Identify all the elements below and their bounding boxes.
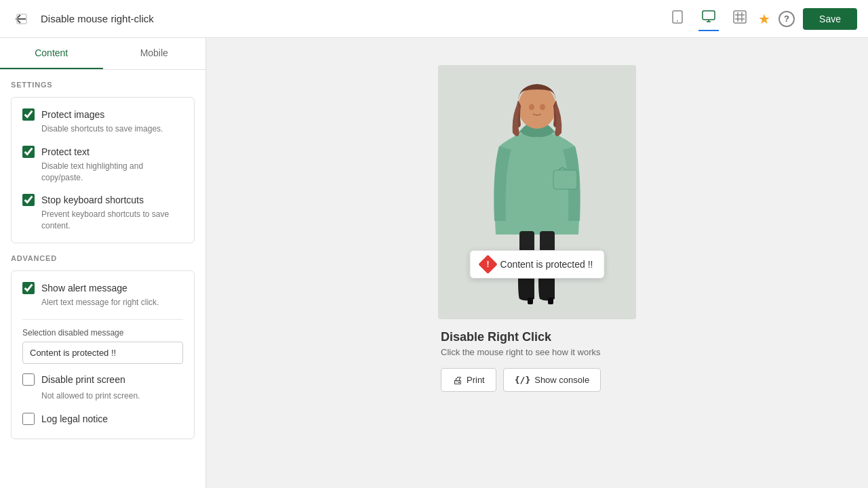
show-alert-checkbox[interactable] — [22, 282, 35, 294]
svg-point-10 — [540, 104, 545, 110]
desktop-view-button[interactable] — [698, 6, 719, 31]
show-console-button[interactable]: {/} Show console — [503, 368, 601, 392]
svg-rect-15 — [548, 298, 553, 304]
stop-keyboard-desc: Prevent keyboard shortcuts to save conte… — [41, 209, 183, 232]
tab-content[interactable]: Content — [0, 38, 103, 69]
protect-images-item: Protect images Disable shortcuts to save… — [22, 108, 183, 135]
preview-buttons: 🖨 Print {/} Show console — [441, 368, 601, 392]
log-legal-label: Log legal notice — [41, 413, 108, 424]
stop-keyboard-checkbox[interactable] — [22, 194, 35, 206]
tablet-view-button[interactable] — [667, 7, 688, 30]
disable-print-item: Disable print screen Not allowed to prin… — [22, 373, 183, 402]
advanced-card: Show alert message Alert text message fo… — [11, 270, 195, 439]
save-button[interactable]: Save — [803, 8, 857, 30]
console-label: Show console — [534, 375, 589, 385]
protect-images-label: Protect images — [41, 109, 104, 120]
svg-rect-5 — [734, 11, 746, 23]
svg-rect-14 — [528, 298, 533, 304]
show-alert-desc: Alert text message for right click. — [41, 297, 183, 308]
disable-print-label: Disable print screen — [41, 374, 125, 385]
protect-text-item: Protect text Disable text highlighting a… — [22, 146, 183, 184]
preview-subtitle: Click the mouse right to see how it work… — [441, 347, 601, 357]
svg-point-9 — [529, 104, 534, 110]
popup-text: Content is protected !! — [500, 259, 593, 270]
protect-text-desc: Disable text highlighting and copy/paste… — [41, 161, 183, 184]
disable-print-checkbox[interactable] — [22, 373, 35, 386]
settings-card: Protect images Disable shortcuts to save… — [11, 97, 195, 243]
preview-area: ! Content is protected !! Disable Right … — [206, 38, 868, 488]
page-title: Disable mouse right-click — [41, 13, 659, 24]
svg-point-3 — [677, 20, 678, 22]
print-button[interactable]: 🖨 Print — [441, 368, 496, 392]
alert-message-group: Selection disabled message — [22, 319, 183, 364]
preview-info: Disable Right Click Click the mouse righ… — [438, 330, 604, 392]
preview-card: ! Content is protected !! Disable Right … — [438, 65, 636, 392]
stop-keyboard-item: Stop keyboard shortcuts Prevent keyboard… — [22, 194, 183, 232]
show-alert-item: Show alert message Alert text message fo… — [22, 282, 183, 308]
main-layout: Content Mobile SETTINGS Protect images D… — [0, 38, 868, 488]
help-button[interactable]: ? — [778, 11, 795, 27]
preview-title: Disable Right Click — [441, 330, 601, 344]
advanced-section-label: ADVANCED — [11, 254, 195, 262]
protect-images-desc: Disable shortcuts to save images. — [41, 123, 183, 135]
topbar: Disable mouse right-click ★ ? Save — [0, 0, 868, 38]
svg-rect-4 — [703, 11, 715, 20]
log-legal-item: Log legal notice — [22, 413, 183, 428]
show-alert-label: Show alert message — [41, 283, 127, 293]
back-button[interactable] — [11, 8, 33, 30]
image-container: ! Content is protected !! — [438, 65, 636, 319]
protect-text-checkbox[interactable] — [22, 146, 35, 158]
advanced-section: ADVANCED Show alert message Alert text m… — [11, 254, 195, 439]
sidebar-tabs: Content Mobile — [0, 38, 205, 70]
protect-text-label: Protect text — [41, 146, 90, 157]
protected-popup: ! Content is protected !! — [470, 250, 605, 279]
star-button[interactable]: ★ — [758, 11, 770, 27]
topbar-actions: ★ ? Save — [758, 8, 857, 30]
warning-icon: ! — [478, 255, 497, 274]
disable-print-desc: Not allowed to print screen. — [41, 390, 183, 402]
print-icon: 🖨 — [452, 374, 462, 386]
svg-rect-11 — [553, 170, 577, 189]
code-icon: {/} — [515, 375, 530, 385]
tab-mobile[interactable]: Mobile — [103, 38, 206, 69]
sidebar-content: SETTINGS Protect images Disable shortcut… — [0, 70, 205, 450]
settings-section-label: SETTINGS — [11, 81, 195, 89]
stop-keyboard-label: Stop keyboard shortcuts — [41, 195, 144, 205]
svg-point-8 — [518, 85, 556, 129]
alert-message-label: Selection disabled message — [22, 328, 183, 338]
alert-message-input[interactable] — [22, 342, 183, 364]
responsive-view-button[interactable] — [730, 7, 750, 30]
device-switcher — [667, 6, 750, 31]
model-illustration — [438, 65, 636, 319]
log-legal-checkbox[interactable] — [22, 413, 35, 425]
sidebar: Content Mobile SETTINGS Protect images D… — [0, 38, 206, 488]
print-label: Print — [467, 375, 485, 385]
protect-images-checkbox[interactable] — [22, 108, 35, 121]
